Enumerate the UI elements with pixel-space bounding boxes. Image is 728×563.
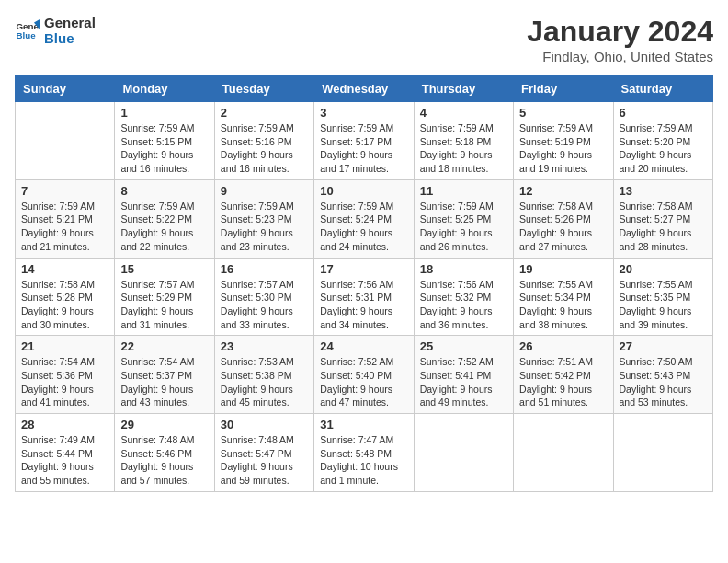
week-row-2: 7Sunrise: 7:59 AM Sunset: 5:21 PM Daylig…: [16, 179, 713, 258]
day-number: 9: [221, 184, 308, 198]
header-row: Sunday Monday Tuesday Wednesday Thursday…: [16, 76, 713, 102]
day-info: Sunrise: 7:54 AM Sunset: 5:37 PM Dayligh…: [120, 355, 208, 409]
week-row-5: 28Sunrise: 7:49 AM Sunset: 5:44 PM Dayli…: [16, 414, 713, 492]
day-cell: 26Sunrise: 7:51 AM Sunset: 5:42 PM Dayli…: [514, 336, 613, 414]
day-info: Sunrise: 7:56 AM Sunset: 5:32 PM Dayligh…: [420, 278, 507, 332]
col-wednesday: Wednesday: [314, 76, 414, 102]
day-number: 24: [320, 339, 407, 353]
week-row-1: 1Sunrise: 7:59 AM Sunset: 5:15 PM Daylig…: [16, 102, 713, 180]
day-info: Sunrise: 7:59 AM Sunset: 5:24 PM Dayligh…: [320, 200, 407, 254]
day-number: 13: [620, 184, 707, 198]
day-cell: 11Sunrise: 7:59 AM Sunset: 5:25 PM Dayli…: [414, 179, 513, 258]
day-info: Sunrise: 7:54 AM Sunset: 5:36 PM Dayligh…: [21, 355, 108, 409]
day-cell: 21Sunrise: 7:54 AM Sunset: 5:36 PM Dayli…: [16, 336, 115, 414]
col-monday: Monday: [115, 76, 214, 102]
day-info: Sunrise: 7:59 AM Sunset: 5:18 PM Dayligh…: [420, 121, 507, 176]
day-cell: 16Sunrise: 7:57 AM Sunset: 5:30 PM Dayli…: [214, 258, 313, 336]
logo-line2: Blue: [44, 30, 96, 46]
day-cell: 30Sunrise: 7:48 AM Sunset: 5:47 PM Dayli…: [214, 414, 313, 492]
day-number: 27: [620, 339, 707, 353]
day-cell: 8Sunrise: 7:59 AM Sunset: 5:22 PM Daylig…: [115, 179, 214, 258]
day-info: Sunrise: 7:50 AM Sunset: 5:43 PM Dayligh…: [620, 355, 707, 409]
day-number: 8: [120, 184, 208, 198]
title-block: January 2024 Findlay, Ohio, United State…: [527, 15, 713, 64]
day-number: 16: [221, 262, 308, 276]
day-number: 5: [519, 106, 607, 120]
day-number: 1: [120, 106, 208, 120]
day-info: Sunrise: 7:57 AM Sunset: 5:29 PM Dayligh…: [120, 278, 208, 332]
day-cell: 5Sunrise: 7:59 AM Sunset: 5:19 PM Daylig…: [514, 102, 613, 180]
day-cell: 15Sunrise: 7:57 AM Sunset: 5:29 PM Dayli…: [115, 258, 214, 336]
logo-icon: General Blue: [15, 17, 40, 43]
day-number: 25: [420, 339, 507, 353]
day-info: Sunrise: 7:48 AM Sunset: 5:46 PM Dayligh…: [120, 433, 208, 488]
day-info: Sunrise: 7:59 AM Sunset: 5:25 PM Dayligh…: [420, 200, 507, 254]
day-info: Sunrise: 7:47 AM Sunset: 5:48 PM Dayligh…: [320, 433, 407, 488]
day-number: 4: [420, 106, 507, 120]
day-cell: 24Sunrise: 7:52 AM Sunset: 5:40 PM Dayli…: [314, 336, 414, 414]
day-info: Sunrise: 7:53 AM Sunset: 5:38 PM Dayligh…: [221, 355, 308, 409]
calendar-table: Sunday Monday Tuesday Wednesday Thursday…: [15, 75, 713, 492]
day-info: Sunrise: 7:51 AM Sunset: 5:42 PM Dayligh…: [519, 355, 607, 409]
page-header: General Blue General Blue January 2024 F…: [15, 15, 713, 64]
day-number: 29: [120, 418, 208, 431]
day-cell: 9Sunrise: 7:59 AM Sunset: 5:23 PM Daylig…: [214, 179, 313, 258]
day-info: Sunrise: 7:59 AM Sunset: 5:23 PM Dayligh…: [221, 200, 308, 254]
day-info: Sunrise: 7:55 AM Sunset: 5:35 PM Dayligh…: [620, 278, 707, 332]
day-number: 22: [120, 339, 208, 353]
day-info: Sunrise: 7:59 AM Sunset: 5:21 PM Dayligh…: [21, 200, 108, 254]
day-cell: 10Sunrise: 7:59 AM Sunset: 5:24 PM Dayli…: [314, 179, 414, 258]
day-cell: [16, 102, 115, 180]
day-number: 21: [21, 339, 108, 353]
day-number: 31: [320, 418, 407, 431]
svg-text:Blue: Blue: [16, 30, 36, 40]
day-info: Sunrise: 7:59 AM Sunset: 5:19 PM Dayligh…: [519, 121, 607, 176]
calendar-title: January 2024: [527, 15, 713, 49]
col-tuesday: Tuesday: [214, 76, 313, 102]
day-info: Sunrise: 7:59 AM Sunset: 5:20 PM Dayligh…: [620, 121, 707, 176]
day-cell: 12Sunrise: 7:58 AM Sunset: 5:26 PM Dayli…: [514, 179, 613, 258]
day-number: 17: [320, 262, 407, 276]
day-cell: 2Sunrise: 7:59 AM Sunset: 5:16 PM Daylig…: [214, 102, 313, 180]
day-cell: 22Sunrise: 7:54 AM Sunset: 5:37 PM Dayli…: [115, 336, 214, 414]
day-cell: 31Sunrise: 7:47 AM Sunset: 5:48 PM Dayli…: [314, 414, 414, 492]
day-number: 20: [620, 262, 707, 276]
day-cell: 17Sunrise: 7:56 AM Sunset: 5:31 PM Dayli…: [314, 258, 414, 336]
calendar-subtitle: Findlay, Ohio, United States: [527, 49, 713, 64]
col-thursday: Thursday: [414, 76, 513, 102]
day-number: 19: [519, 262, 607, 276]
day-number: 6: [620, 106, 707, 120]
day-cell: [613, 414, 712, 492]
day-cell: 14Sunrise: 7:58 AM Sunset: 5:28 PM Dayli…: [16, 258, 115, 336]
day-number: 11: [420, 184, 507, 198]
day-number: 15: [120, 262, 208, 276]
day-info: Sunrise: 7:56 AM Sunset: 5:31 PM Dayligh…: [320, 278, 407, 332]
col-friday: Friday: [514, 76, 613, 102]
day-number: 23: [221, 339, 308, 353]
day-cell: 4Sunrise: 7:59 AM Sunset: 5:18 PM Daylig…: [414, 102, 513, 180]
day-cell: 27Sunrise: 7:50 AM Sunset: 5:43 PM Dayli…: [613, 336, 712, 414]
day-cell: 23Sunrise: 7:53 AM Sunset: 5:38 PM Dayli…: [214, 336, 313, 414]
day-number: 14: [21, 262, 108, 276]
day-cell: 18Sunrise: 7:56 AM Sunset: 5:32 PM Dayli…: [414, 258, 513, 336]
day-cell: 29Sunrise: 7:48 AM Sunset: 5:46 PM Dayli…: [115, 414, 214, 492]
day-number: 30: [221, 418, 308, 431]
day-cell: [414, 414, 513, 492]
day-cell: 28Sunrise: 7:49 AM Sunset: 5:44 PM Dayli…: [16, 414, 115, 492]
day-info: Sunrise: 7:59 AM Sunset: 5:17 PM Dayligh…: [320, 121, 407, 176]
day-number: 7: [21, 184, 108, 198]
logo-line1: General: [44, 15, 96, 30]
day-info: Sunrise: 7:48 AM Sunset: 5:47 PM Dayligh…: [221, 433, 308, 488]
day-cell: 1Sunrise: 7:59 AM Sunset: 5:15 PM Daylig…: [115, 102, 214, 180]
day-info: Sunrise: 7:58 AM Sunset: 5:27 PM Dayligh…: [620, 200, 707, 254]
col-saturday: Saturday: [613, 76, 712, 102]
day-cell: [514, 414, 613, 492]
day-info: Sunrise: 7:49 AM Sunset: 5:44 PM Dayligh…: [21, 433, 108, 488]
day-cell: 19Sunrise: 7:55 AM Sunset: 5:34 PM Dayli…: [514, 258, 613, 336]
day-info: Sunrise: 7:58 AM Sunset: 5:26 PM Dayligh…: [519, 200, 607, 254]
day-number: 10: [320, 184, 407, 198]
day-info: Sunrise: 7:59 AM Sunset: 5:22 PM Dayligh…: [120, 200, 208, 254]
day-info: Sunrise: 7:52 AM Sunset: 5:40 PM Dayligh…: [320, 355, 407, 409]
day-cell: 6Sunrise: 7:59 AM Sunset: 5:20 PM Daylig…: [613, 102, 712, 180]
col-sunday: Sunday: [16, 76, 115, 102]
